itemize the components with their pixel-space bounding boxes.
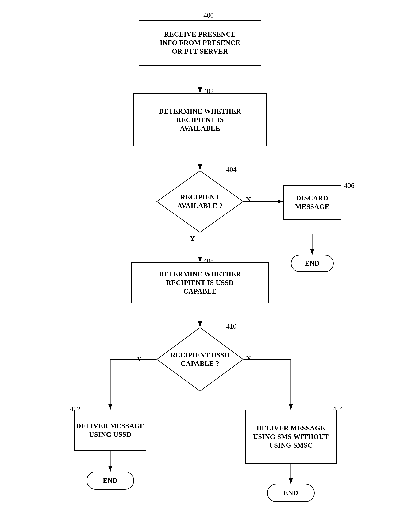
node-410-label: RECIPIENT USSD CAPABLE ? (167, 342, 233, 376)
node-404: RECIPIENT AVAILABLE ? (156, 170, 244, 233)
arrow-label-n1: N (246, 196, 251, 203)
node-400-label: RECEIVE PRESENCE INFO FROM PRESENCE OR P… (160, 30, 240, 56)
node-412: DELIVER MESSAGE USING USSD (74, 410, 146, 451)
end-node-right: END (267, 484, 315, 502)
end-node-right-top: END (291, 255, 334, 272)
node-412-label: DELIVER MESSAGE USING USSD (76, 422, 145, 439)
node-406-label: DISCARD MESSAGE (295, 194, 330, 211)
node-402: DETERMINE WHETHER RECIPIENT IS AVAILABLE (133, 93, 267, 146)
ref-400: 400 (203, 11, 214, 19)
end-node-left-label: END (103, 476, 118, 485)
arrow-label-y2: Y (137, 355, 142, 363)
node-404-label: RECIPIENT AVAILABLE ? (168, 185, 232, 218)
node-414-label: DELIVER MESSAGE USING SMS WITHOUT USING … (253, 424, 329, 450)
node-406: DISCARD MESSAGE (283, 185, 341, 220)
arrow-label-y1: Y (190, 235, 195, 242)
end-node-right-label: END (283, 489, 298, 497)
node-408: DETERMINE WHETHER RECIPIENT IS USSD CAPA… (131, 262, 269, 303)
arrow-label-n2: N (246, 355, 251, 362)
node-400: RECEIVE PRESENCE INFO FROM PRESENCE OR P… (139, 20, 261, 66)
end-node-left: END (87, 472, 134, 490)
node-414: DELIVER MESSAGE USING SMS WITHOUT USING … (245, 410, 337, 464)
ref-406: 406 (344, 182, 354, 190)
node-410: RECIPIENT USSD CAPABLE ? (156, 327, 244, 392)
end-node-right-top-label: END (305, 259, 320, 268)
node-402-label: DETERMINE WHETHER RECIPIENT IS AVAILABLE (159, 107, 241, 133)
node-408-label: DETERMINE WHETHER RECIPIENT IS USSD CAPA… (159, 270, 241, 296)
